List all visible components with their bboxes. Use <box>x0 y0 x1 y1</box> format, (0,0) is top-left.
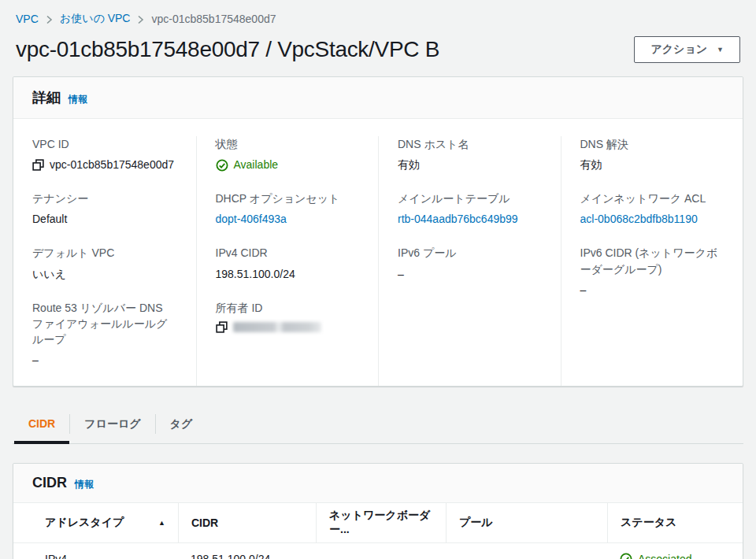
details-card-header: 詳細 情報 <box>13 77 743 119</box>
detail-tabs: CIDR フローログ タグ <box>13 409 743 444</box>
field-label: IPv6 CIDR (ネットワークボーダーグループ) <box>580 245 724 277</box>
details-column-2: 状態 Available DHCP オプションセット dopt-406f493a… <box>196 136 379 386</box>
check-circle-icon <box>620 553 632 559</box>
vpc-id-value: vpc-01cb85b17548e00d7 <box>50 157 174 172</box>
field-tenancy: テナンシー Default <box>32 191 177 227</box>
cell-address-type: IPv4 <box>32 543 178 559</box>
cidr-card: CIDR 情報 アドレスタイプ ▲ CIDR ネットワークボーダー... プール… <box>13 463 743 559</box>
dns-resolution-value: 有効 <box>580 157 724 172</box>
caret-down-icon: ▼ <box>717 46 724 54</box>
field-label: Route 53 リゾルバー DNS ファイアウォールルールグループ <box>32 300 177 348</box>
breadcrumb: VPC お使いの VPC vpc-01cb85b17548e00d7 <box>0 0 756 26</box>
column-header-pool: プール <box>446 503 607 542</box>
field-label: メインルートテーブル <box>398 191 542 206</box>
state-value: Available <box>234 157 279 172</box>
default-vpc-value: いいえ <box>32 267 177 282</box>
cell-cidr: 198.51.100.0/24 <box>178 543 316 559</box>
field-label: メインネットワーク ACL <box>580 191 724 206</box>
status-badge: Associated <box>638 553 691 559</box>
details-column-4: DNS 解決 有効 メインネットワーク ACL acl-0b068c2bdfb8… <box>561 136 743 386</box>
field-route53-dns-firewall: Route 53 リゾルバー DNS ファイアウォールルールグループ – <box>32 300 177 368</box>
field-dhcp-options: DHCP オプションセット dopt-406f493a <box>216 191 360 227</box>
details-column-1: VPC ID vpc-01cb85b17548e00d7 テナンシー Defau… <box>13 136 196 386</box>
column-header-network-border: ネットワークボーダー... <box>316 503 446 542</box>
chevron-right-icon <box>46 15 53 24</box>
tab-flow-logs[interactable]: フローログ <box>70 409 154 443</box>
check-circle-icon <box>216 159 228 172</box>
dns-hostnames-value: 有効 <box>398 157 542 172</box>
cell-pool: – <box>446 543 607 559</box>
tab-tags[interactable]: タグ <box>156 409 207 443</box>
field-main-route-table: メインルートテーブル rtb-044aadb76bc649b99 <box>398 191 542 227</box>
ipv4-cidr-value: 198.51.100.0/24 <box>216 267 360 282</box>
field-label: 状態 <box>216 136 360 152</box>
field-default-vpc: デフォルト VPC いいえ <box>32 245 177 281</box>
field-main-network-acl: メインネットワーク ACL acl-0b068c2bdfb8b1190 <box>580 191 724 227</box>
page-header: vpc-01cb85b17548e00d7 / VpcStack/VPC B ア… <box>0 26 756 76</box>
cidr-card-title: CIDR <box>32 475 67 491</box>
cidr-info-link[interactable]: 情報 <box>75 478 94 491</box>
details-info-link[interactable]: 情報 <box>69 93 87 106</box>
copy-icon[interactable] <box>216 321 228 333</box>
field-owner-id: 所有者 ID <box>216 300 360 333</box>
field-ipv6-pool: IPv6 プール – <box>398 245 542 281</box>
field-label: DNS ホスト名 <box>398 136 542 152</box>
field-dns-hostnames: DNS ホスト名 有効 <box>398 136 542 172</box>
column-header-address-type[interactable]: アドレスタイプ ▲ <box>32 503 178 542</box>
column-header-cidr: CIDR <box>178 503 316 542</box>
field-ipv6-cidr-border-group: IPv6 CIDR (ネットワークボーダーグループ) – <box>580 245 724 297</box>
column-header-label: アドレスタイプ <box>45 516 124 530</box>
actions-button-label: アクション <box>650 43 707 57</box>
field-label: VPC ID <box>32 136 177 152</box>
field-label: デフォルト VPC <box>32 245 177 261</box>
cell-status: Associated <box>607 543 724 559</box>
actions-button[interactable]: アクション ▼ <box>634 36 740 63</box>
field-label: IPv4 CIDR <box>216 245 360 261</box>
details-grid: VPC ID vpc-01cb85b17548e00d7 テナンシー Defau… <box>13 119 743 386</box>
main-network-acl-link[interactable]: acl-0b068c2bdfb8b1190 <box>580 212 724 227</box>
page-title: vpc-01cb85b17548e00d7 / VpcStack/VPC B <box>16 37 439 62</box>
field-state: 状態 Available <box>216 136 360 172</box>
breadcrumb-current: vpc-01cb85b17548e00d7 <box>151 13 276 25</box>
field-label: テナンシー <box>32 191 177 206</box>
owner-id-redacted-value <box>233 322 321 332</box>
copy-icon[interactable] <box>32 159 44 171</box>
chevron-right-icon <box>137 15 144 24</box>
dhcp-options-link[interactable]: dopt-406f493a <box>216 212 360 227</box>
details-card-title: 詳細 <box>32 88 61 107</box>
column-header-status: ステータス <box>607 503 724 542</box>
tenancy-value: Default <box>32 212 177 227</box>
table-row: IPv4 198.51.100.0/24 – – Associated <box>13 543 743 559</box>
route53-dns-firewall-value: – <box>32 353 177 368</box>
breadcrumb-link-your-vpcs[interactable]: お使いの VPC <box>60 12 131 26</box>
tab-cidr[interactable]: CIDR <box>14 409 69 443</box>
field-label: IPv6 プール <box>398 245 542 261</box>
main-route-table-link[interactable]: rtb-044aadb76bc649b99 <box>398 212 542 227</box>
cidr-table-header: アドレスタイプ ▲ CIDR ネットワークボーダー... プール ステータス <box>13 503 743 543</box>
field-label: DNS 解決 <box>580 136 724 152</box>
field-dns-resolution: DNS 解決 有効 <box>580 136 724 172</box>
field-label: DHCP オプションセット <box>216 191 360 206</box>
field-vpc-id: VPC ID vpc-01cb85b17548e00d7 <box>32 136 177 172</box>
cell-network-border: – <box>316 543 446 559</box>
field-label: 所有者 ID <box>216 300 360 316</box>
details-card: 詳細 情報 VPC ID vpc-01cb85b17548e00d7 テナンシー… <box>13 76 743 387</box>
sort-ascending-icon: ▲ <box>158 519 165 527</box>
details-column-3: DNS ホスト名 有効 メインルートテーブル rtb-044aadb76bc64… <box>378 136 561 386</box>
breadcrumb-link-vpc[interactable]: VPC <box>16 13 39 25</box>
cidr-card-header: CIDR 情報 <box>13 464 743 503</box>
ipv6-pool-value: – <box>398 267 542 282</box>
field-ipv4-cidr: IPv4 CIDR 198.51.100.0/24 <box>216 245 360 281</box>
ipv6-cidr-border-group-value: – <box>580 283 724 298</box>
